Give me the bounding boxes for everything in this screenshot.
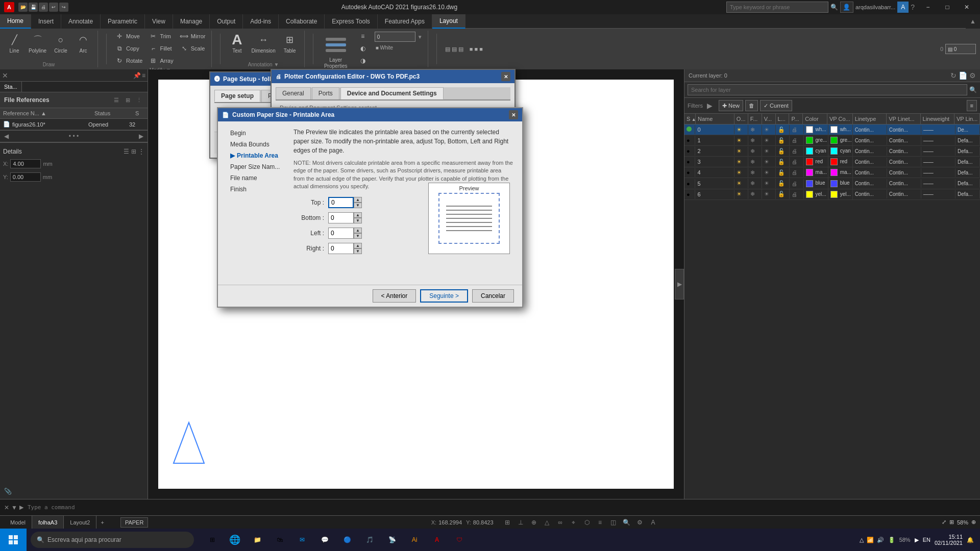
workspace-icon[interactable]: ⊞ (949, 519, 954, 525)
lr-on-3[interactable]: ☀ (734, 157, 748, 167)
ribbon-item-polyline[interactable]: ⌒ Polyline (27, 31, 48, 55)
lh-linetype[interactable]: Linetype (853, 114, 887, 124)
tray-icon-1[interactable]: △ (860, 537, 864, 543)
grid-snap-icon[interactable]: ⊞ (502, 517, 513, 528)
lr-on-2[interactable]: ☀ (734, 146, 748, 156)
tab-collaborate[interactable]: Collaborate (279, 14, 325, 29)
layer-off[interactable]: ◐ (356, 43, 370, 54)
lr-lock-1[interactable]: 🔓 (776, 136, 790, 145)
modify-move[interactable]: ✛Move (113, 31, 144, 42)
tab-express[interactable]: Express Tools (325, 14, 377, 29)
lr-plot-3[interactable]: 🖨 (790, 157, 803, 166)
lh-status[interactable]: S (684, 114, 696, 124)
tpmode-icon[interactable]: ◫ (608, 517, 619, 528)
lr-on-0[interactable]: ☀ (734, 125, 748, 135)
layer-new-icon[interactable]: 📄 (959, 71, 967, 80)
plotter-close-btn[interactable]: ✕ (501, 72, 510, 81)
bottom-spin-up[interactable]: ▲ (354, 212, 362, 218)
col-reference[interactable]: Reference N... ▲ (0, 108, 91, 118)
lr-vp-3[interactable]: ☀ (762, 157, 776, 167)
taskbar-illustrator-icon[interactable]: Ai (404, 530, 425, 550)
col-status[interactable]: Status (91, 108, 132, 118)
layer-more-btn[interactable]: ≡ (967, 100, 977, 111)
tab-page-setup[interactable]: Page setup (214, 90, 260, 102)
add-layout-btn[interactable]: + (96, 516, 108, 529)
right-input[interactable] (328, 243, 354, 254)
tab-annotate[interactable]: Annotate (61, 14, 101, 29)
layer-row-3[interactable]: ● 3 ☀ ❄ ☀ 🔓 🖨 red red Contin... Contin..… (684, 157, 980, 167)
ribbon-item-table[interactable]: ⊞ Table (280, 31, 300, 55)
lr-vp-0[interactable]: ☀ (762, 125, 776, 135)
layer-search-icon[interactable]: 🔍 (969, 86, 977, 93)
nav-file-name[interactable]: File name (226, 172, 287, 184)
new-layer-btn[interactable]: ✚ New (719, 100, 743, 111)
ducs-icon[interactable]: ⌖ (568, 517, 579, 528)
taskbar-autocad-icon[interactable]: A (427, 530, 447, 550)
top-input[interactable] (328, 197, 354, 208)
notifications-icon[interactable]: 🔔 (967, 537, 974, 543)
left-spin-down[interactable]: ▼ (354, 233, 362, 239)
y-value-input[interactable] (10, 172, 41, 182)
lr-plot-5[interactable]: 🖨 (790, 179, 803, 188)
panel-tab-active[interactable]: Sta... (0, 82, 22, 92)
lr-on-4[interactable]: ☀ (734, 168, 748, 178)
lw-icon[interactable]: ≡ (595, 517, 606, 528)
filter-expand-icon[interactable]: ▶ (707, 102, 713, 110)
tab-manage[interactable]: Manage (173, 14, 210, 29)
modify-fillet[interactable]: ⌐Fillet (146, 43, 175, 54)
taskbar-music-icon[interactable]: 🎵 (359, 530, 380, 550)
anno-icon[interactable]: A (648, 517, 659, 528)
layer-row-6[interactable]: ● 6 ☀ ❄ ☀ 🔓 🖨 yel... yel... Contin... Co… (684, 189, 980, 200)
battery-icon[interactable]: 🔋 (888, 537, 895, 543)
layer-row-5[interactable]: ● 5 ☀ ❄ ☀ 🔓 🖨 blue blue Contin... Contin… (684, 178, 980, 189)
status-tab-folhaa3[interactable]: folhaA3 (32, 516, 64, 529)
panel-view-icon[interactable]: ⊞ (123, 95, 132, 105)
custom-paper-close-btn[interactable]: ✕ (509, 110, 518, 119)
seguinte-btn[interactable]: Seguinte > (420, 289, 468, 303)
ribbon-item-line[interactable]: ╱ Line (4, 31, 24, 55)
plotter-tab-general[interactable]: General (276, 87, 311, 99)
panel-nav-left[interactable]: ◀ (4, 133, 9, 140)
panel-close-btn[interactable]: ✕ (2, 71, 8, 80)
lr-color-2[interactable]: cyan (804, 146, 828, 156)
lh-freeze[interactable]: F... (748, 114, 762, 124)
lr-on-1[interactable]: ☀ (734, 136, 748, 145)
nav-media-bounds[interactable]: Media Bounds (226, 139, 287, 150)
ribbon-item-dimension[interactable]: ↔ Dimension (249, 31, 277, 55)
ribbon-item-arc[interactable]: ◠ Arc (73, 31, 93, 55)
nav-paper-size-name[interactable]: Paper Size Nam... (226, 161, 287, 172)
layer-dropdown-icon[interactable]: ▼ (418, 34, 423, 40)
lh-name[interactable]: Name (696, 114, 734, 124)
lh-vp-lw[interactable]: VP Lin... (954, 114, 980, 124)
tb-undo[interactable]: ↩ (49, 3, 58, 12)
ortho-icon[interactable]: ⊥ (515, 517, 526, 528)
question-icon[interactable]: ? (911, 3, 915, 11)
zoom-in-icon[interactable]: ⊕ (971, 519, 976, 525)
top-spin-down[interactable]: ▼ (354, 203, 362, 208)
command-close-icon[interactable]: ✕ (4, 504, 9, 511)
lr-lock-3[interactable]: 🔓 (776, 157, 790, 167)
anterior-btn[interactable]: < Anterior (373, 289, 416, 303)
panel-list-icon[interactable]: ☰ (112, 95, 121, 105)
lr-freeze-4[interactable]: ❄ (748, 168, 762, 178)
ext-ref-icon[interactable]: 📎 (4, 488, 12, 495)
right-spin-up[interactable]: ▲ (354, 243, 362, 248)
left-input[interactable] (328, 228, 354, 239)
tab-view[interactable]: View (145, 14, 173, 29)
lr-plot-1[interactable]: 🖨 (790, 136, 803, 145)
lr-vp-4[interactable]: ☀ (762, 168, 776, 178)
tab-insert[interactable]: Insert (31, 14, 61, 29)
autodesk-account-btn[interactable]: A (897, 2, 909, 13)
lr-vp-5[interactable]: ☀ (762, 179, 776, 188)
layer-name-input[interactable]: ▤ 0 (945, 44, 976, 54)
panel-action-icon[interactable]: ⋮ (134, 95, 143, 105)
file-ref-row-0[interactable]: 📄 figuras26.10* Opened 32 (0, 119, 148, 130)
taskbar-chrome-icon[interactable]: 🔵 (337, 530, 357, 550)
lh-vp-color[interactable]: VP Co... (827, 114, 853, 124)
expand-icon[interactable]: ▶ (915, 537, 919, 543)
tab-featured[interactable]: Featured Apps (378, 14, 432, 29)
taskbar-search-bar[interactable]: 🔍 Escreva aqui para procurar (31, 532, 194, 548)
taskbar-mail-icon[interactable]: ✉ (292, 530, 312, 550)
set-current-btn[interactable]: ✓ Current (760, 100, 792, 111)
lh-vp[interactable]: V... (762, 114, 776, 124)
